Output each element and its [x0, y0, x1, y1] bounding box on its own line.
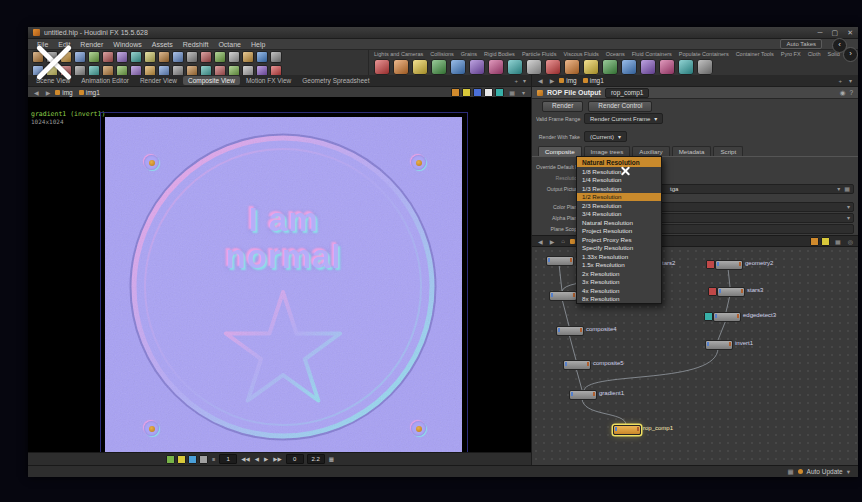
shelf-tab-particle-fluids[interactable]: Particle Fluids: [522, 51, 557, 57]
shelf-tab-collisions[interactable]: Collisions: [430, 51, 454, 57]
network-node-composite5[interactable]: [563, 360, 591, 370]
network-flag[interactable]: [821, 237, 830, 246]
plus-icon[interactable]: +: [512, 78, 520, 84]
grid-icon[interactable]: ▦: [833, 238, 843, 245]
folder-tab-composite[interactable]: Composite: [538, 146, 582, 156]
playbar-swatch[interactable]: [166, 455, 175, 464]
pin-icon[interactable]: +: [836, 78, 844, 84]
shelf-tool-icon[interactable]: [412, 59, 428, 75]
gamma-field[interactable]: 2.2: [307, 454, 325, 464]
fast-forward-icon[interactable]: ▶▶: [272, 456, 282, 462]
menu-help[interactable]: Help: [246, 41, 270, 48]
grid-icon[interactable]: ▦: [507, 89, 517, 96]
node-name-field[interactable]: rop_comp1: [605, 88, 650, 98]
shelf-tab-cloth[interactable]: Cloth: [808, 51, 821, 57]
shelf-tab-rigid-bodies[interactable]: Rigid Bodies: [484, 51, 515, 57]
help-icon[interactable]: ?: [849, 89, 853, 97]
target-icon[interactable]: ◉: [840, 89, 846, 97]
network-node-stars3[interactable]: [717, 287, 745, 297]
resolution-menu-item-natural-resolution[interactable]: Natural Resolution: [577, 218, 661, 227]
shelf-tool-icon[interactable]: [46, 51, 58, 63]
network-node-rop-comp1[interactable]: [613, 425, 641, 435]
shelf-tab-grains[interactable]: Grains: [461, 51, 477, 57]
shelf-tool-icon[interactable]: [659, 59, 675, 75]
shelf-tool-icon[interactable]: [116, 51, 128, 63]
plane-swatch[interactable]: [462, 88, 471, 97]
resolution-menu-item-2-3-resolution[interactable]: 2/3 Resolution: [577, 201, 661, 210]
titlebar[interactable]: untitled.hip - Houdini FX 15.5.628 ─ ▢ ✕: [28, 27, 858, 39]
resolution-menu-item-1-2-resolution[interactable]: 1/2 Resolution: [577, 193, 661, 202]
forward-icon[interactable]: ▶: [44, 89, 53, 96]
shelf-tool-icon[interactable]: [200, 51, 212, 63]
render-button[interactable]: Render: [542, 101, 583, 112]
shelf-tool-icon[interactable]: [545, 59, 561, 75]
resolution-menu-item-1-33x-resolution[interactable]: 1.33x Resolution: [577, 252, 661, 261]
shelf-tool-icon[interactable]: [564, 59, 580, 75]
render-control-button[interactable]: Render Control: [588, 101, 652, 112]
forward-icon[interactable]: ▶: [548, 238, 557, 245]
shelf-tool-icon[interactable]: [144, 51, 156, 63]
folder-tab-script[interactable]: Script: [713, 146, 743, 156]
shelf-tool-icon[interactable]: [374, 59, 390, 75]
resolution-menu-item-specify-resolution[interactable]: Specify Resolution: [577, 244, 661, 253]
shelf-tool-icon[interactable]: [186, 51, 198, 63]
search-icon[interactable]: ◎: [846, 238, 855, 245]
menu-file[interactable]: File: [32, 41, 53, 48]
shelf-tab-pyro-fx[interactable]: Pyro FX: [781, 51, 801, 57]
playbar-swatch[interactable]: [199, 455, 208, 464]
shelf-tool-icon[interactable]: [130, 51, 142, 63]
network-node-composite4[interactable]: [556, 326, 584, 336]
breadcrumb-item-img[interactable]: img: [559, 77, 576, 84]
shelf-tool-icon[interactable]: [228, 51, 240, 63]
network-node-composite1[interactable]: [549, 291, 577, 301]
shelf-tool-icon[interactable]: [270, 51, 282, 63]
menu-redshift[interactable]: Redshift: [178, 41, 214, 48]
network-node-geometry2[interactable]: [715, 260, 743, 270]
chevron-down-icon[interactable]: ▾: [521, 77, 528, 84]
network-node-gradient1[interactable]: [569, 390, 597, 400]
shelf-tool-icon[interactable]: [678, 59, 694, 75]
breadcrumb-item-img1[interactable]: img1: [79, 89, 100, 96]
end-frame-field[interactable]: 0: [286, 454, 304, 464]
shelf-tab-oceans[interactable]: Oceans: [606, 51, 625, 57]
shelf-tool-icon[interactable]: [450, 59, 466, 75]
shelf-tool-icon[interactable]: [393, 59, 409, 75]
network-flag[interactable]: [810, 237, 819, 246]
shelf-tool-icon[interactable]: [526, 59, 542, 75]
pane-tab-scene-view[interactable]: Scene View: [31, 76, 75, 85]
forward-icon[interactable]: ▶: [548, 77, 557, 84]
play-icon[interactable]: ▶: [263, 456, 269, 462]
file-browse-icon[interactable]: ▦: [844, 185, 850, 192]
shelf-tool-icon[interactable]: [507, 59, 523, 75]
close-button[interactable]: ✕: [847, 29, 853, 37]
pane-tab-render-view[interactable]: Render View: [135, 76, 182, 85]
chevron-down-icon[interactable]: ▾: [520, 89, 527, 96]
plane-swatch[interactable]: [484, 88, 493, 97]
shelf-tool-icon[interactable]: [697, 59, 713, 75]
shelf-tool-icon[interactable]: [214, 51, 226, 63]
menu-edit[interactable]: Edit: [53, 41, 75, 48]
back-icon[interactable]: ◀: [536, 238, 545, 245]
shelf-tool-icon[interactable]: [431, 59, 447, 75]
resolution-menu-item-1-5x-resolution[interactable]: 1.5x Resolution: [577, 261, 661, 270]
shelf-tab-lights-and-cameras[interactable]: Lights and Cameras: [374, 51, 423, 57]
plane-swatch[interactable]: [473, 88, 482, 97]
back-icon[interactable]: ◀: [32, 89, 41, 96]
breadcrumb-item-img[interactable]: img: [55, 89, 72, 96]
composite-viewport[interactable]: gradient1 (invert1) 1024x1024: [28, 97, 531, 452]
maximize-button[interactable]: ▢: [832, 29, 839, 37]
shelf-tool-icon[interactable]: [469, 59, 485, 75]
breadcrumb-item-img1[interactable]: img1: [583, 77, 604, 84]
folder-tab-image-trees[interactable]: Image trees: [584, 146, 631, 156]
resolution-menu-item-1-3-resolution[interactable]: 1/3 Resolution: [577, 184, 661, 193]
rewind-icon[interactable]: ◀◀: [240, 456, 250, 462]
shelf-tool-icon[interactable]: [74, 51, 86, 63]
shelf-tab-viscous-fluids[interactable]: Viscous Fluids: [563, 51, 598, 57]
menu-assets[interactable]: Assets: [147, 41, 178, 48]
shelf-tool-icon[interactable]: [602, 59, 618, 75]
shelf-tool-icon[interactable]: [256, 51, 268, 63]
folder-tab-auxiliary[interactable]: Auxiliary: [632, 146, 669, 156]
valid-frame-range-select[interactable]: Render Current Frame ▾: [584, 113, 663, 124]
folder-tab-metadata[interactable]: Metadata: [672, 146, 712, 156]
plane-swatch[interactable]: [495, 88, 504, 97]
